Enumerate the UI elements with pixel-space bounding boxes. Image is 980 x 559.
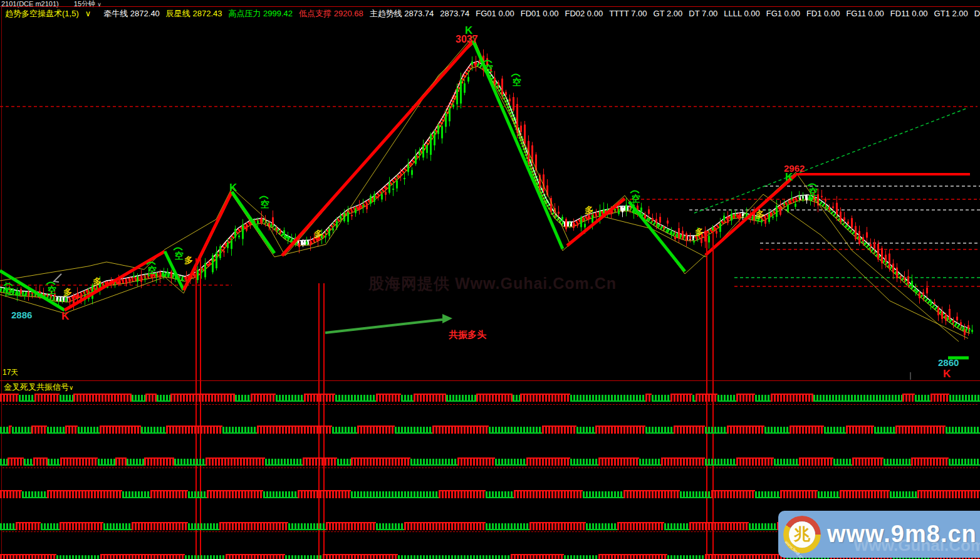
- signal-segment-bearish: [166, 426, 222, 434]
- trend-band-segment: [846, 226, 855, 234]
- signal-segment-bullish: [335, 394, 376, 402]
- signal-segment-bullish: [0, 426, 9, 434]
- signal-segment-bearish: [542, 426, 576, 434]
- signal-segment-bearish: [736, 457, 774, 466]
- panel-divider: [0, 380, 980, 381]
- signal-segment-bullish: [376, 522, 404, 530]
- annotation-label: 共振多头: [449, 329, 487, 340]
- signal-segment-bullish: [486, 522, 529, 530]
- signal-segment-bearish: [60, 457, 98, 466]
- signal-segment-bearish: [206, 457, 265, 466]
- signal-segment-bullish: [222, 426, 257, 434]
- signal-segment-bullish: [103, 522, 132, 530]
- signal-segment-bearish: [0, 394, 19, 402]
- long-signal-marker: 多: [63, 287, 72, 297]
- signal-segment-bearish: [251, 394, 276, 402]
- signal-segment-bullish: [56, 554, 100, 559]
- signal-segment-bearish: [144, 457, 174, 466]
- signal-segment-bullish: [288, 522, 326, 530]
- signal-segment-bullish: [705, 457, 736, 466]
- mouse-cursor-mark: [54, 274, 61, 282]
- signal-segment-bearish: [115, 457, 127, 466]
- long-signal-marker: 多: [585, 205, 593, 215]
- signal-segment-bearish: [432, 426, 489, 434]
- signal-segment-bullish: [495, 457, 526, 466]
- signal-segment-bearish: [326, 522, 376, 530]
- signal-segment-bullish: [0, 457, 8, 466]
- signal-segment-bearish: [780, 490, 818, 498]
- signal-segment-bullish: [818, 490, 840, 498]
- signal-segment-bullish: [22, 490, 47, 498]
- signal-segment-bullish: [949, 394, 980, 402]
- short-signal-marker: 空: [175, 251, 184, 261]
- short-signal-marker: 空: [632, 194, 640, 204]
- signal-segment-bullish: [946, 426, 980, 434]
- chevron-down-icon: ∨: [69, 384, 73, 391]
- signal-row: [0, 490, 980, 498]
- signal-segment-bearish: [351, 457, 410, 466]
- trend-band-segment: [464, 66, 471, 76]
- short-signal-marker: 空: [261, 199, 269, 209]
- signal-segment-bearish: [930, 394, 949, 402]
- signal-segment-bullish: [141, 426, 166, 434]
- signal-segment-bullish: [774, 457, 799, 466]
- trend-band-segment: [454, 76, 464, 97]
- long-signal-marker: 多: [756, 209, 764, 219]
- signal-segment-bullish: [570, 394, 645, 402]
- trend-band-segment: [865, 243, 874, 252]
- signal-segment-bearish: [8, 457, 24, 466]
- signal-segment-bearish: [34, 394, 60, 402]
- trend-line-up: [706, 175, 796, 255]
- signal-segment-bearish: [0, 554, 56, 559]
- diagonal-dashed-trendline: [694, 108, 968, 213]
- signal-segment-bullish: [19, 394, 34, 402]
- signal-segment-bullish: [667, 554, 705, 559]
- signal-segment-bullish: [680, 490, 711, 498]
- trend-band-segment: [658, 226, 667, 231]
- short-signal-marker: 空: [48, 285, 56, 295]
- signal-segment-bullish: [639, 457, 661, 466]
- long-signal-marker: 多: [695, 227, 704, 237]
- long-signal-marker: 多: [314, 229, 323, 239]
- signal-segment-bearish: [65, 426, 78, 434]
- short-marker-roof: [630, 191, 639, 194]
- signal-segment-bullish: [645, 426, 674, 434]
- signal-segment-bearish: [47, 490, 122, 498]
- long-signal-marker: 多: [93, 276, 102, 286]
- signal-segment-bearish: [846, 426, 874, 434]
- signal-segment-bullish: [185, 554, 226, 559]
- signal-segment-bearish: [661, 457, 705, 466]
- signal-segment-bullish: [564, 554, 598, 559]
- signal-segment-bearish: [595, 426, 645, 434]
- annotation-arrow-line: [325, 320, 442, 333]
- signal-segment-bearish: [520, 394, 570, 402]
- signal-segment-bearish: [670, 394, 692, 402]
- short-signal-marker: 空: [5, 286, 14, 296]
- signal-segment-bullish: [576, 426, 595, 434]
- signal-segment-bearish: [790, 426, 824, 434]
- signal-segment-bullish: [395, 426, 432, 434]
- signal-segment-bullish: [915, 394, 930, 402]
- signal-segment-bullish: [755, 490, 780, 498]
- signal-segment-bearish: [902, 394, 915, 402]
- signal-segment-bearish: [526, 457, 570, 466]
- signal-segment-bullish: [41, 522, 60, 530]
- signal-segment-bullish: [446, 394, 476, 402]
- signal-segment-bearish: [357, 426, 395, 434]
- sub-indicator-dropdown[interactable]: 金叉死叉共振信号∨: [4, 382, 73, 393]
- signal-segment-bullish: [833, 457, 852, 466]
- signal-segment-bullish: [583, 490, 623, 498]
- k-signal-marker: K: [943, 368, 951, 380]
- short-marker-roof: [46, 283, 55, 285]
- candles-layer: [5, 50, 973, 340]
- signal-segment-bullish: [235, 394, 251, 402]
- signal-segment-bullish: [337, 457, 351, 466]
- signal-segment-bullish: [276, 394, 304, 402]
- signal-segment-bullish: [717, 394, 736, 402]
- signal-segment-bearish: [911, 457, 949, 466]
- signal-segment-bullish: [351, 490, 439, 498]
- signal-segment-bearish: [917, 490, 980, 498]
- short-marker-roof: [511, 75, 520, 77]
- signal-segment-bearish: [303, 457, 337, 466]
- signal-segment-bearish: [404, 522, 486, 530]
